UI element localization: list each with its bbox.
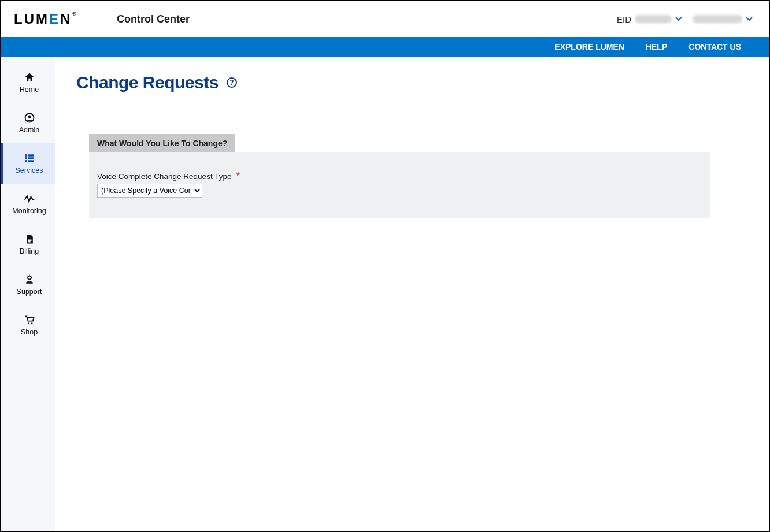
app-title: Control Center [117,13,190,25]
cart-icon [23,314,36,326]
invoice-icon [23,233,36,245]
main-content: Change Requests ? What Would You Like To… [55,57,769,531]
header-right: EID [617,14,753,24]
lumen-logo[interactable]: LUMEN® [14,11,76,27]
svg-point-4 [25,157,27,159]
svg-rect-3 [28,155,33,157]
sidebar-item-label: Admin [19,126,39,134]
page-title-row: Change Requests ? [76,73,748,92]
sidebar-item-label: Monitoring [12,207,46,215]
svg-point-1 [28,115,31,118]
svg-rect-8 [28,239,31,239]
eid-dropdown[interactable]: EID [617,14,682,24]
page-title: Change Requests [76,73,219,92]
username-redacted [693,15,742,23]
sidebar-item-support[interactable]: Support [1,265,55,305]
svg-rect-10 [28,241,30,242]
sidebar-item-label: Shop [21,328,38,336]
sidebar-item-services[interactable]: Services [1,143,55,184]
nav-contact-us[interactable]: CONTACT US [678,42,752,52]
sidebar-item-label: Services [16,166,43,174]
support-icon [23,274,36,285]
change-request-panel: What Would You Like To Change? Voice Com… [89,134,710,218]
svg-rect-5 [28,158,33,159]
nav-help[interactable]: HELP [635,42,678,52]
voice-complete-change-type-select[interactable]: (Please Specify a Voice Com [97,184,202,198]
chevron-down-icon [746,16,753,23]
nav-explore-lumen[interactable]: EXPLORE LUMEN [544,42,635,52]
list-icon [23,152,36,164]
sidebar-item-shop[interactable]: Shop [1,305,55,345]
activity-icon [23,193,36,204]
required-mark: * [236,171,240,181]
user-icon [23,112,36,124]
svg-point-11 [28,276,31,280]
sidebar-item-label: Support [17,288,42,296]
svg-point-2 [25,154,27,156]
select-wrap: (Please Specify a Voice Com [97,184,702,198]
sidebar-item-monitoring[interactable]: Monitoring [1,184,55,224]
user-dropdown[interactable] [693,15,753,23]
eid-label: EID [617,14,631,24]
sidebar-item-home[interactable]: Home [1,62,55,103]
sidebar-item-label: Billing [20,247,39,255]
help-icon[interactable]: ? [227,77,237,88]
svg-point-6 [25,160,27,162]
svg-rect-9 [28,240,31,241]
panel-body: Voice Complete Change Request Type * (Pl… [89,152,710,218]
panel-tab: What Would You Like To Change? [89,134,235,152]
eid-value-redacted [635,15,672,23]
logo-text: LUMEN® [14,11,76,27]
sidebar-item-admin[interactable]: Admin [1,103,55,143]
secondary-nav: EXPLORE LUMEN HELP CONTACT US [1,37,769,57]
svg-point-13 [31,322,32,324]
sidebar-item-billing[interactable]: Billing [1,224,55,265]
svg-point-12 [27,322,29,324]
sidebar-item-label: Home [20,85,39,94]
header: LUMEN® Control Center EID [1,1,769,37]
svg-rect-7 [28,161,33,162]
sidebar: Home Admin Services Monitoring Billing [1,57,55,531]
chevron-down-icon [675,16,682,23]
home-icon [23,72,36,83]
field-label: Voice Complete Change Request Type [97,172,231,181]
layout: Home Admin Services Monitoring Billing [1,57,769,531]
